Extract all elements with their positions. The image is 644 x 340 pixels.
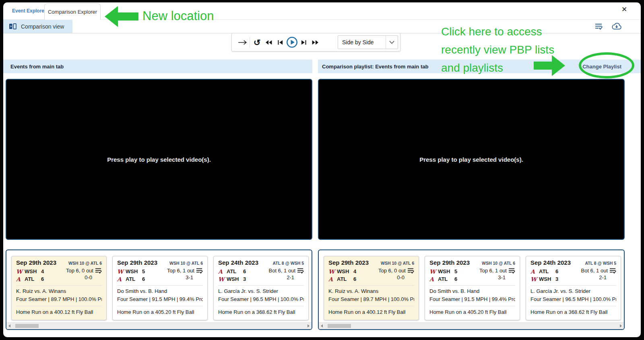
cloud-download-icon[interactable] — [611, 22, 622, 31]
card-result: Home Run on a 400.12 ft Fly Ball — [16, 308, 102, 316]
scrollbar-thumb[interactable] — [15, 324, 39, 328]
card-result: Home Run on a 405.20 ft Fly Ball — [429, 308, 515, 316]
card-count: 2-1 — [269, 274, 304, 280]
team-logo: W — [429, 268, 438, 275]
skip-arrow-icon[interactable] — [237, 35, 248, 49]
next-frame-icon[interactable] — [298, 35, 310, 49]
divider — [218, 285, 304, 286]
view-mode-select[interactable]: Side by Side — [338, 35, 398, 49]
divider — [250, 37, 250, 47]
change-playlist-button[interactable]: Change Playlist — [582, 60, 621, 73]
card-date: Sep 24th 2023 — [530, 259, 571, 266]
card-pitch-info: Four Seamer | 96.5 MPH | 100.0% ProbSL — [218, 295, 304, 303]
team-logo: A — [328, 276, 337, 282]
tab-event-explorer[interactable]: Event Explorer — [12, 8, 46, 14]
card-situation: Top 6, 1 out — [167, 268, 194, 274]
card-teams: AATL6 WWSH3 — [530, 268, 558, 283]
card-situation: Top 6, 0 out — [378, 268, 406, 274]
divider — [117, 285, 203, 286]
playlist-check-icon[interactable] — [609, 268, 616, 274]
card-date: Sep 24th 2023 — [218, 259, 258, 266]
left-panel-title: Events from main tab — [10, 64, 64, 70]
right-panel-header: Comparison playlist: Events from main ta… — [318, 60, 641, 73]
tab-comparison-explorer[interactable]: Comparison Explorer — [44, 3, 101, 20]
card-matchup: Do Smith vs. B. Hand — [117, 287, 203, 295]
left-video-player: Press play to play selected video(s). — [6, 79, 312, 240]
event-card[interactable]: Sep 24th 2023 ATL 8 @ WSH 5 AATL6 WWSH3 … — [213, 256, 309, 320]
event-card[interactable]: Sep 29th 2023 WSH 10 @ ATL 6 WWSH4 AATL6… — [324, 256, 419, 320]
card-situation: Top 6, 1 out — [479, 268, 507, 274]
card-pitch-info: Four Seamer | 96.5 MPH | 100.0% ProbSL — [530, 295, 616, 303]
left-video-placeholder: Press play to play selected video(s). — [107, 156, 211, 163]
fast-forward-icon[interactable] — [310, 35, 321, 49]
card-situation: Bot 6, 1 out — [581, 268, 608, 274]
card-game-score: WSH 10 @ ATL 6 — [482, 261, 515, 266]
card-date: Sep 29th 2023 — [117, 259, 157, 266]
card-game-score: WSH 10 @ ATL 6 — [68, 261, 102, 266]
divider — [530, 306, 616, 306]
scroll-right-arrow[interactable] — [620, 324, 622, 328]
card-game-score: WSH 10 @ ATL 6 — [381, 261, 414, 266]
playlist-check-icon[interactable] — [196, 268, 203, 274]
toolbar-icons — [594, 20, 622, 33]
toolbar-row: Comparison view — [3, 19, 641, 33]
card-teams: WWSH5 AATL6 — [429, 268, 457, 283]
card-teams: WWSH4 AATL6 — [16, 268, 44, 283]
card-matchup: L. García Jr. vs. S. Strider — [218, 287, 304, 295]
playlist-check-icon[interactable] — [594, 23, 603, 30]
card-matchup: Do Smith vs. B. Hand — [429, 287, 515, 295]
card-result: Home Run on a 405.20 ft Fly Ball — [117, 308, 203, 316]
close-icon[interactable]: ✕ — [621, 6, 627, 13]
scrollbar-thumb[interactable] — [328, 324, 351, 328]
card-situation: Top 6, 0 out — [66, 268, 93, 274]
card-matchup: K. Ruiz vs. A. Winans — [16, 287, 102, 295]
scroll-left-arrow[interactable] — [321, 324, 323, 328]
tab-comparison-explorer-label: Comparison Explorer — [48, 9, 97, 15]
app-window: Event Explorer Comparison Explorer ✕ Com… — [3, 2, 641, 337]
card-result: Home Run on a 368.62 ft Fly Ball — [530, 308, 616, 316]
team-logo: W — [16, 268, 25, 275]
card-pitch-info: Four Seamer | 89.7 MPH | 100.0% ProbSL — [328, 295, 414, 303]
left-cards-row: Sep 29th 2023 WSH 10 @ ATL 6 WWSH4 AATL6… — [11, 256, 309, 320]
card-count: 0-0 — [378, 274, 414, 280]
right-video-player: Press play to play selected video(s). — [318, 79, 625, 240]
playback-controls: ↺ Side by Side — [231, 33, 400, 52]
play-button[interactable] — [286, 35, 298, 49]
scroll-left-arrow[interactable] — [8, 324, 10, 328]
playlist-check-icon[interactable] — [297, 268, 304, 274]
left-event-list: Sep 29th 2023 WSH 10 @ ATL 6 WWSH4 AATL6… — [6, 249, 312, 330]
team-logo: A — [117, 276, 126, 282]
event-card[interactable]: Sep 24th 2023 ATL 8 @ WSH 5 AATL6 WWSH3 … — [526, 256, 621, 320]
rewind-icon[interactable] — [263, 35, 275, 49]
card-game-score: WSH 10 @ ATL 6 — [169, 261, 203, 266]
right-event-list: Sep 29th 2023 WSH 10 @ ATL 6 WWSH4 AATL6… — [318, 249, 625, 330]
restart-icon[interactable]: ↺ — [251, 35, 263, 49]
event-card[interactable]: Sep 29th 2023 WSH 10 @ ATL 6 WWSH4 AATL6… — [11, 256, 107, 320]
card-pitch-info: Four Seamer | 91.5 MPH | 99.4% ProbSL — [429, 295, 515, 303]
chevron-down-icon — [386, 36, 398, 49]
card-situation: Bot 6, 1 out — [269, 268, 296, 274]
card-date: Sep 29th 2023 — [429, 259, 470, 266]
divider — [429, 285, 515, 286]
card-count: 3-1 — [479, 274, 515, 280]
right-video-placeholder: Press play to play selected video(s). — [419, 156, 523, 163]
team-logo: W — [117, 268, 126, 275]
event-card[interactable]: Sep 29th 2023 WSH 10 @ ATL 6 WWSH5 AATL6… — [112, 256, 208, 320]
card-teams: WWSH4 AATL6 — [328, 268, 356, 283]
divider — [530, 285, 616, 286]
event-card[interactable]: Sep 29th 2023 WSH 10 @ ATL 6 WWSH5 AATL6… — [425, 256, 520, 320]
horizontal-scrollbar[interactable] — [319, 322, 624, 329]
compare-panels-icon — [9, 23, 17, 30]
comparison-view-chip[interactable]: Comparison view — [3, 20, 72, 33]
previous-frame-icon[interactable] — [275, 35, 286, 49]
playlist-check-icon[interactable] — [95, 268, 102, 274]
left-panel-header: Events from main tab — [3, 60, 312, 73]
scroll-right-arrow[interactable] — [308, 324, 310, 328]
horizontal-scrollbar[interactable] — [6, 322, 312, 329]
playlist-check-icon[interactable] — [508, 268, 515, 274]
team-logo: A — [530, 268, 539, 275]
playlist-check-icon[interactable] — [407, 268, 414, 274]
divider — [117, 306, 203, 306]
divider — [328, 285, 414, 286]
team-logo: A — [218, 268, 227, 275]
